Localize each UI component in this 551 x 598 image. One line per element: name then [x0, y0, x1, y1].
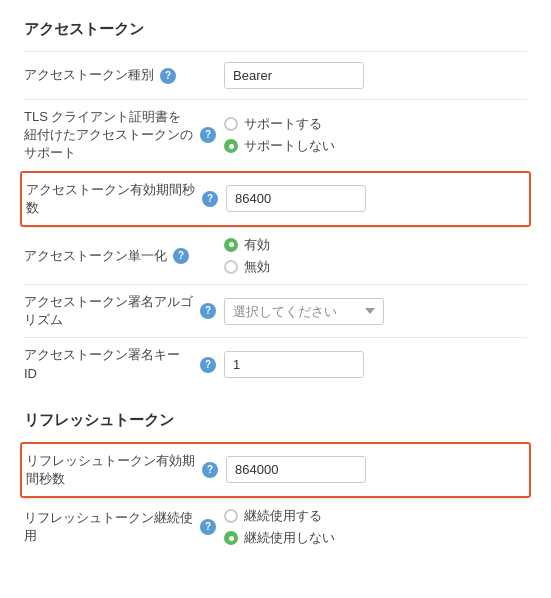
refresh-expiry-label-col: リフレッシュトークン有効期間秒数 ? [26, 452, 226, 488]
token-type-value-col [224, 62, 527, 89]
token-single-label-col: アクセストークン単一化 ? [24, 247, 224, 265]
tls-support-row: TLS クライアント証明書を紐付けたアクセストークンのサポート ? サポートする… [24, 99, 527, 171]
sign-key-label: アクセストークン署名キー ID [24, 346, 194, 382]
tls-support-radio-unselected[interactable] [224, 117, 238, 131]
refresh-continue-yes-option[interactable]: 継続使用する [224, 507, 527, 525]
access-token-section: アクセストークン アクセストークン種別 ? TLS クライアント証明書を紐付けた… [24, 20, 527, 391]
token-valid-radio[interactable] [224, 238, 238, 252]
token-valid-option[interactable]: 有効 [224, 236, 527, 254]
token-type-help-icon[interactable]: ? [160, 68, 176, 84]
token-single-help-icon[interactable]: ? [173, 248, 189, 264]
token-expiry-label: アクセストークン有効期間秒数 [26, 181, 196, 217]
refresh-continue-no-label: 継続使用しない [244, 529, 335, 547]
sign-algo-help-icon[interactable]: ? [200, 303, 216, 319]
sign-key-help-icon[interactable]: ? [200, 357, 216, 373]
token-invalid-radio[interactable] [224, 260, 238, 274]
sign-key-row: アクセストークン署名キー ID ? [24, 337, 527, 390]
refresh-continue-help-icon[interactable]: ? [200, 519, 216, 535]
tls-support-help-icon[interactable]: ? [200, 127, 216, 143]
tls-nosupport-radio-selected[interactable] [224, 139, 238, 153]
token-expiry-input[interactable] [226, 185, 366, 212]
tls-support-label-col: TLS クライアント証明書を紐付けたアクセストークンのサポート ? [24, 108, 224, 163]
sign-key-input[interactable] [224, 351, 364, 378]
refresh-expiry-input[interactable] [226, 456, 366, 483]
tls-support-label: TLS クライアント証明書を紐付けたアクセストークンのサポート [24, 108, 194, 163]
refresh-token-title: リフレッシュトークン [24, 411, 527, 430]
sign-algo-label-col: アクセストークン署名アルゴリズム ? [24, 293, 224, 329]
token-type-label: アクセストークン種別 [24, 66, 154, 84]
refresh-continue-yes-label: 継続使用する [244, 507, 322, 525]
refresh-continue-no-radio[interactable] [224, 531, 238, 545]
refresh-expiry-row: リフレッシュトークン有効期間秒数 ? [20, 442, 531, 498]
access-token-title: アクセストークン [24, 20, 527, 39]
refresh-expiry-label: リフレッシュトークン有効期間秒数 [26, 452, 196, 488]
page-container: アクセストークン アクセストークン種別 ? TLS クライアント証明書を紐付けた… [24, 20, 527, 555]
token-expiry-help-icon[interactable]: ? [202, 191, 218, 207]
refresh-continue-no-option[interactable]: 継続使用しない [224, 529, 527, 547]
token-single-label: アクセストークン単一化 [24, 247, 167, 265]
refresh-continue-label-col: リフレッシュトークン継続使用 ? [24, 509, 224, 545]
token-single-row: アクセストークン単一化 ? 有効 無効 [24, 227, 527, 284]
sign-key-value-col [224, 351, 527, 378]
token-type-row: アクセストークン種別 ? [24, 51, 527, 99]
refresh-expiry-help-icon[interactable]: ? [202, 462, 218, 478]
tls-support-option-label: サポートする [244, 115, 322, 133]
token-invalid-label: 無効 [244, 258, 270, 276]
token-type-input[interactable] [224, 62, 364, 89]
tls-nosupport-option[interactable]: サポートしない [224, 137, 527, 155]
token-invalid-option[interactable]: 無効 [224, 258, 527, 276]
refresh-continue-value-col: 継続使用する 継続使用しない [224, 507, 527, 547]
sign-algo-value-col: 選択してください [224, 298, 527, 325]
refresh-continue-row: リフレッシュトークン継続使用 ? 継続使用する 継続使用しない [24, 498, 527, 555]
tls-support-option[interactable]: サポートする [224, 115, 527, 133]
tls-support-value-col: サポートする サポートしない [224, 115, 527, 155]
refresh-token-section: リフレッシュトークン リフレッシュトークン有効期間秒数 ? リフレッシュトークン… [24, 411, 527, 555]
token-expiry-row: アクセストークン有効期間秒数 ? [20, 171, 531, 227]
refresh-expiry-value-col [226, 456, 525, 483]
token-single-value-col: 有効 無効 [224, 236, 527, 276]
token-expiry-label-col: アクセストークン有効期間秒数 ? [26, 181, 226, 217]
sign-algo-select[interactable]: 選択してください [224, 298, 384, 325]
sign-algo-row: アクセストークン署名アルゴリズム ? 選択してください [24, 284, 527, 337]
token-type-label-col: アクセストークン種別 ? [24, 66, 224, 84]
sign-algo-label: アクセストークン署名アルゴリズム [24, 293, 194, 329]
tls-nosupport-option-label: サポートしない [244, 137, 335, 155]
refresh-continue-label: リフレッシュトークン継続使用 [24, 509, 194, 545]
token-valid-label: 有効 [244, 236, 270, 254]
refresh-continue-yes-radio[interactable] [224, 509, 238, 523]
sign-key-label-col: アクセストークン署名キー ID ? [24, 346, 224, 382]
token-expiry-value-col [226, 185, 525, 212]
